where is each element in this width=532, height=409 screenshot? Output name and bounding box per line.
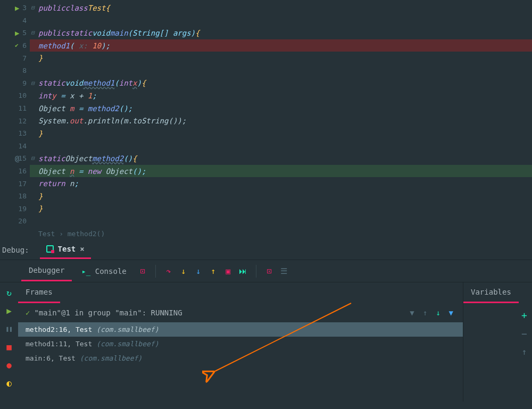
override-icon[interactable]: @ [15,154,19,163]
app-icon [46,245,54,253]
move-up-icon[interactable]: ↑ [522,347,527,357]
line-number: 16 [18,167,27,175]
pause-icon[interactable]: ❚❚ [3,323,15,335]
add-watch-icon[interactable]: + [521,310,527,321]
breadcrumb[interactable]: Test › method2() [0,228,532,240]
thread-selector[interactable]: ✓ "main"@1 in group "main": RUNNING ▼ ↑ … [18,303,463,322]
fold-icon[interactable]: ⊟ [31,155,35,162]
run-icon[interactable]: ▶ [15,4,19,12]
dropdown-icon[interactable]: ▼ [410,308,414,317]
prev-frame-icon[interactable]: ↑ [423,308,427,317]
debug-toolbar: Debugger ▸_ Console ⊡ ↷ ↓ ↓ ↑ ▣ ⏭ ⊡ ☰ [0,260,532,282]
debug-label: Debug: [2,246,29,254]
code-editor: ▶3 4 ▶5 ✔6 7 8 9 10 11 12 13 14 @15 16 1… [0,0,532,228]
frame-item[interactable]: method1:11, Test (com.smallbeef) [18,337,463,351]
frame-item[interactable]: main:6, Test (com.smallbeef) [18,351,463,365]
frames-header[interactable]: Frames [18,282,60,303]
variables-header[interactable]: Variables [463,282,519,303]
drop-frame-icon[interactable]: ▣ [222,265,235,278]
breakpoint-check-icon[interactable]: ✔ [15,42,19,49]
gutter: ▶3 4 ▶5 ✔6 7 8 9 10 11 12 13 14 @15 16 1… [0,0,30,228]
fold-icon[interactable]: ⊟ [31,80,35,87]
line-number: 8 [22,66,27,74]
run-icon[interactable]: ▶ [15,29,19,37]
fold-icon[interactable]: ⊟ [31,4,35,11]
close-icon[interactable]: × [80,245,84,253]
line-number: 18 [18,192,27,200]
line-number: 13 [18,129,27,137]
tab-debugger[interactable]: Debugger [21,261,72,281]
rerun-icon[interactable]: ↻ [3,287,15,298]
breakpoints-icon[interactable]: ● [3,359,15,371]
debug-panels: ↻ ▶ ❚❚ ■ ● ◐ Frames ✓ "main"@1 in group … [0,282,532,402]
step-over-icon[interactable]: ↷ [162,265,175,278]
line-number: 17 [18,180,27,188]
code-area[interactable]: ⊟public class Test { ⊟ public static voi… [30,0,532,228]
stop-icon[interactable]: ■ [3,341,15,353]
line-number: 20 [18,217,27,225]
check-icon: ✓ [26,308,30,317]
line-number: 19 [18,205,27,213]
line-number: 11 [18,104,27,112]
line-number: 14 [18,142,27,150]
step-out-icon[interactable]: ↑ [207,265,220,278]
debug-config-tab[interactable]: Test × [40,240,91,259]
resume-icon[interactable]: ▶ [3,305,15,316]
tab-console[interactable]: ▸_ Console [74,262,134,281]
threads-icon[interactable]: ⊡ [136,265,149,278]
fold-icon[interactable]: ⊟ [31,29,35,36]
filter-icon[interactable]: ▼ [449,308,453,317]
line-number: 12 [18,117,27,125]
line-number: 9 [22,79,27,87]
line-number: 7 [22,54,27,62]
next-frame-icon[interactable]: ↓ [436,308,440,317]
run-to-cursor-icon[interactable]: ⏭ [237,265,250,278]
frames-panel: Frames ✓ "main"@1 in group "main": RUNNI… [18,282,463,402]
line-number: 6 [22,41,27,49]
evaluate-icon[interactable]: ⊡ [263,265,276,278]
step-into-icon[interactable]: ↓ [177,265,190,278]
frame-item[interactable]: method2:16, Test (com.smallbeef) [18,322,463,337]
line-number: 10 [18,91,27,99]
force-step-into-icon[interactable]: ↓ [192,265,205,278]
variables-panel: Variables + − ↑ [463,282,532,402]
debug-sidebar: ↻ ▶ ❚❚ ■ ● ◐ [0,282,18,402]
remove-watch-icon[interactable]: − [521,328,527,339]
line-number: 3 [22,4,27,12]
line-number: 5 [22,29,27,37]
line-number: 4 [22,16,27,24]
debug-tab-bar: Debug: Test × [0,240,532,260]
mute-breakpoints-icon[interactable]: ◐ [3,377,15,389]
line-number: 15 [18,154,27,162]
trace-icon[interactable]: ☰ [278,265,290,278]
